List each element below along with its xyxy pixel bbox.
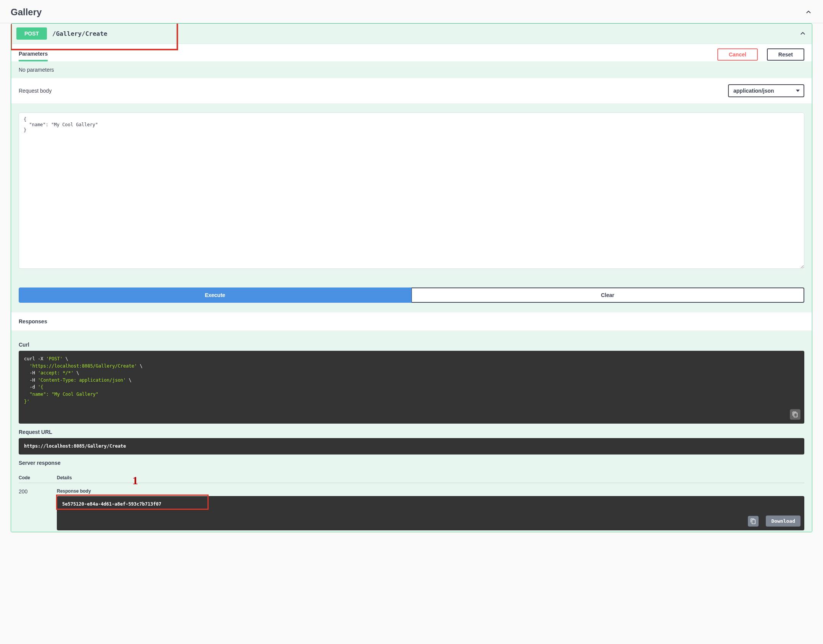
response-body-value: 5e575120-e84a-4d61-a8ef-593c7b713f07 [62,501,161,507]
response-body-sublabel: Response body [57,488,804,494]
operation-block: POST /Gallery/Create Parameters Cancel R… [11,23,812,532]
execute-row: Execute Clear [11,271,812,312]
server-response-row: 200 1 Response body 5e575120-e84a-4d61-a… [19,483,804,530]
server-response-columns: Code Details [19,471,804,483]
download-button[interactable]: Download [766,516,800,527]
server-response-label: Server response [19,460,804,466]
tag-header[interactable]: Gallery [0,0,823,23]
clear-button[interactable]: Clear [412,287,805,303]
curl-block: curl -X 'POST' \ 'https://localhost:8085… [19,351,804,424]
copy-response-button[interactable] [748,516,759,527]
content-type-select[interactable]: application/json [728,84,804,97]
method-badge: POST [16,27,47,40]
request-url-block: https://localhost:8085/Gallery/Create [19,438,804,454]
responses-header: Responses [11,312,812,331]
chevron-up-icon [799,30,807,37]
col-code: Code [19,475,34,480]
copy-curl-button[interactable] [790,409,800,420]
response-body-block: 5e575120-e84a-4d61-a8ef-593c7b713f07 Dow… [57,496,804,530]
tag-title: Gallery [11,7,42,18]
chevron-up-icon [805,8,812,16]
parameters-tab[interactable]: Parameters [19,48,48,61]
operation-path: /Gallery/Create [52,30,108,37]
reset-button[interactable]: Reset [767,48,804,61]
request-body-label: Request body [19,88,51,94]
no-parameters-text: No parameters [11,61,812,78]
request-body-row: Request body application/json [11,78,812,103]
body-editor-wrap [11,103,812,271]
cancel-button[interactable]: Cancel [717,48,758,61]
col-details: Details [57,475,72,480]
operation-header[interactable]: POST /Gallery/Create [11,24,812,43]
curl-label: Curl [19,342,804,348]
request-body-editor[interactable] [19,112,804,269]
execute-button[interactable]: Execute [19,287,412,303]
response-code: 200 [19,488,34,495]
parameters-bar: Parameters Cancel Reset [11,43,812,61]
responses-body: Curl curl -X 'POST' \ 'https://localhost… [11,331,812,532]
request-url-label: Request URL [19,429,804,435]
